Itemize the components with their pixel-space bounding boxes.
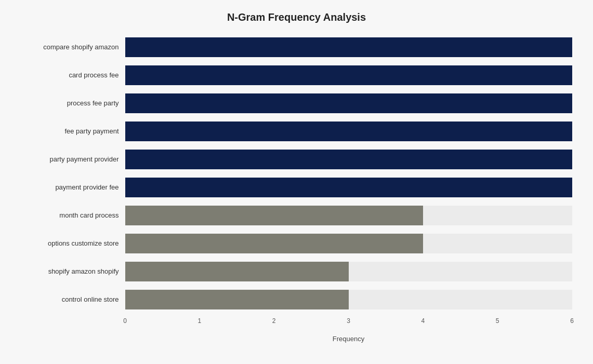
bar-label: fee party payment <box>21 127 125 135</box>
chart-area: compare shopify amazoncard process feepr… <box>21 34 572 314</box>
bar-row: payment provider fee <box>21 174 572 201</box>
bar-label: party payment provider <box>21 155 125 163</box>
x-tick: 6 <box>570 317 574 325</box>
bar-fill <box>125 262 349 281</box>
bar-track <box>125 37 572 57</box>
bar-row: compare shopify amazon <box>21 34 572 61</box>
chart-container: N-Gram Frequency Analysis compare shopif… <box>11 1 583 363</box>
bar-label: process fee party <box>21 99 125 107</box>
bar-row: card process fee <box>21 62 572 89</box>
bar-fill <box>125 178 572 197</box>
bar-row: party payment provider <box>21 146 572 173</box>
x-axis-title-row: Frequency <box>21 333 572 343</box>
bar-row: fee party payment <box>21 118 572 145</box>
bar-row: month card process <box>21 202 572 229</box>
bar-track <box>125 178 572 197</box>
bar-fill <box>125 234 423 253</box>
bar-label: card process fee <box>21 71 125 79</box>
x-axis-ticks: 0123456 <box>125 317 572 333</box>
bar-track <box>125 65 572 85</box>
bar-label: options customize store <box>21 239 125 247</box>
bar-track <box>125 206 572 225</box>
bar-row: control online store <box>21 286 572 313</box>
bar-label: payment provider fee <box>21 183 125 191</box>
x-axis-spacer <box>21 317 125 333</box>
bar-row: options customize store <box>21 230 572 257</box>
x-axis-area: 0123456 <box>21 317 572 333</box>
x-tick: 0 <box>123 317 127 325</box>
x-tick: 1 <box>197 317 201 325</box>
x-axis-title: Frequency <box>125 335 572 343</box>
bar-label: month card process <box>21 211 125 219</box>
bar-label: shopify amazon shopify <box>21 267 125 275</box>
bar-fill <box>125 65 572 85</box>
bar-fill <box>125 290 349 309</box>
bar-track <box>125 262 572 281</box>
bar-fill <box>125 37 572 57</box>
bar-track <box>125 93 572 113</box>
bar-track <box>125 290 572 309</box>
x-tick: 4 <box>421 317 425 325</box>
bar-fill <box>125 122 572 141</box>
x-tick: 5 <box>496 317 499 325</box>
bar-track <box>125 234 572 253</box>
x-tick: 2 <box>272 317 276 325</box>
bar-track <box>125 150 572 169</box>
bar-row: shopify amazon shopify <box>21 258 572 285</box>
x-tick: 3 <box>347 317 350 325</box>
bar-fill <box>125 206 423 225</box>
bar-fill <box>125 93 572 113</box>
bar-fill <box>125 150 572 169</box>
bar-label: compare shopify amazon <box>21 43 125 51</box>
bar-label: control online store <box>21 295 125 303</box>
bar-row: process fee party <box>21 90 572 117</box>
bar-track <box>125 122 572 141</box>
chart-title: N-Gram Frequency Analysis <box>21 11 572 23</box>
